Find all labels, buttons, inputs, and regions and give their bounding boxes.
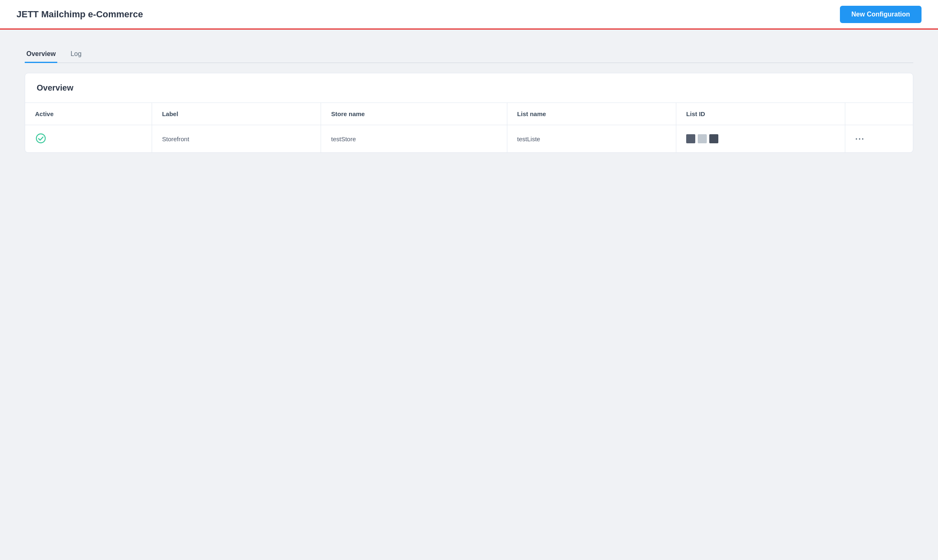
cell-actions[interactable]: ··· [845,125,913,153]
col-header-list-id: List ID [676,103,845,125]
list-id-badge-1 [686,134,695,143]
cell-list-id [676,125,845,153]
new-configuration-button[interactable]: New Configuration [840,6,922,23]
cell-label: Storefront [152,125,321,153]
cell-list-name: testListe [507,125,676,153]
svg-point-0 [36,134,45,143]
list-id-badges [686,134,835,143]
app-header: JETT Mailchimp e-Commerce New Configurat… [0,0,938,30]
col-header-active: Active [25,103,152,125]
tabs-container: Overview Log [25,46,913,63]
cell-store-name: testStore [321,125,507,153]
table-header-row: Active Label Store name List name List I… [25,103,913,125]
tab-log[interactable]: Log [69,46,83,63]
card-title: Overview [37,83,901,93]
card-header: Overview [25,73,913,103]
main-content: Overview Log Overview Active Label [0,30,938,169]
list-id-badge-2 [698,134,707,143]
table-body: Storefront testStore testListe [25,125,913,153]
table-row: Storefront testStore testListe [25,125,913,153]
col-header-store-name: Store name [321,103,507,125]
active-status-icon [35,133,47,144]
app-title: JETT Mailchimp e-Commerce [16,9,143,20]
overview-card: Overview Active Label Store name List na… [25,73,913,153]
col-header-list-name: List name [507,103,676,125]
more-actions-button[interactable]: ··· [855,134,903,144]
col-header-actions [845,103,913,125]
list-id-badge-3 [709,134,718,143]
configurations-table: Active Label Store name List name List I… [25,103,913,152]
cell-active [25,125,152,153]
col-header-label: Label [152,103,321,125]
tab-overview[interactable]: Overview [25,46,57,63]
table-head: Active Label Store name List name List I… [25,103,913,125]
